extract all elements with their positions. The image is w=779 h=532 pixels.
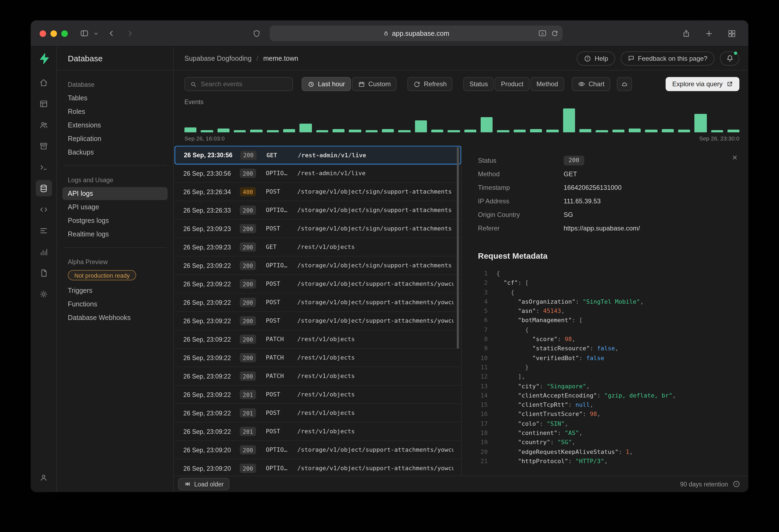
question-circle-icon[interactable]: ? — [732, 480, 740, 488]
log-row[interactable]: 26 Sep, 23:09:22201POST/rest/v1/objects — [175, 404, 461, 422]
detail-field-origin-country: Origin CountrySG — [478, 208, 739, 221]
sidebar-item-database-webhooks[interactable]: Database Webhooks — [62, 311, 168, 324]
close-window-button[interactable] — [40, 30, 46, 37]
sidebar-item-api-logs[interactable]: API logs — [62, 187, 168, 200]
log-row[interactable]: 26 Sep, 23:09:22200PATCH/rest/v1/objects — [175, 367, 461, 386]
chevron-down-icon[interactable] — [92, 26, 100, 41]
tab-overview-icon[interactable] — [724, 26, 739, 41]
sidebar-item-replication[interactable]: Replication — [62, 132, 168, 145]
log-row[interactable]: 26 Sep, 23:09:22200POST/storage/v1/objec… — [175, 275, 461, 293]
sidebar-item-postgres-logs[interactable]: Postgres logs — [62, 214, 168, 227]
back-button[interactable] — [104, 26, 119, 41]
account-icon[interactable] — [36, 469, 52, 485]
browser-window: app.supabase.com A — [31, 21, 748, 492]
status-code-badge: 200 — [240, 169, 256, 178]
log-row[interactable]: 26 Sep, 23:09:20200OPTIO…/storage/v1/obj… — [175, 441, 461, 459]
log-row[interactable]: 26 Sep, 23:09:22200PATCH/rest/v1/objects — [175, 330, 461, 349]
help-button[interactable]: ? Help — [577, 51, 615, 65]
log-row[interactable]: 26 Sep, 23:09:23200GET/rest/v1/objects — [175, 238, 461, 257]
code-text: "continent": "AS", — [496, 428, 583, 438]
log-row[interactable]: 26 Sep, 23:09:22200POST/storage/v1/objec… — [175, 312, 461, 330]
sidebar-item-triggers[interactable]: Triggers — [62, 284, 168, 297]
traffic-lights — [40, 30, 68, 37]
log-timestamp: 26 Sep, 23:26:34 — [183, 189, 240, 195]
cloud-icon-button[interactable] — [617, 77, 632, 91]
api-code-icon[interactable] — [36, 201, 52, 217]
filter-method-button[interactable]: Method — [531, 77, 564, 91]
log-status-cell: 400 — [240, 187, 266, 196]
settings-gear-icon[interactable] — [36, 286, 52, 302]
last-hour-button[interactable]: Last hour — [302, 77, 351, 91]
log-row[interactable]: 26 Sep, 23:09:23200POST/storage/v1/objec… — [175, 220, 461, 238]
log-row[interactable]: 26 Sep, 23:09:20200OPTIO…/storage/v1/obj… — [175, 459, 461, 476]
chart-bar — [316, 130, 328, 132]
home-icon[interactable] — [36, 74, 52, 90]
status-code-badge: 400 — [240, 187, 256, 196]
sidebar-item-roles[interactable]: Roles — [62, 105, 168, 118]
new-tab-icon[interactable] — [702, 26, 717, 41]
storage-icon[interactable] — [36, 138, 52, 154]
sidebar-item-realtime-logs[interactable]: Realtime logs — [62, 228, 168, 241]
log-row[interactable]: 26 Sep, 23:09:22201POST/rest/v1/objects — [175, 422, 461, 441]
breadcrumb-page[interactable]: meme.town — [263, 55, 298, 62]
share-icon[interactable] — [679, 26, 694, 41]
sidebar-item-backups[interactable]: Backups — [62, 146, 168, 159]
log-path: /rest/v1/objects — [297, 391, 454, 398]
table-scrollbar[interactable] — [457, 147, 459, 349]
sidebar-item-extensions[interactable]: Extensions — [62, 119, 168, 132]
filter-product-button[interactable]: Product — [495, 77, 530, 91]
status-code-badge: 200 — [240, 445, 256, 455]
log-row[interactable]: 26 Sep, 23:09:22200POST/storage/v1/objec… — [175, 293, 461, 312]
browser-sidebar-toggle-icon[interactable] — [76, 26, 92, 41]
docs-icon[interactable] — [36, 265, 52, 281]
lock-icon — [383, 30, 389, 36]
log-row[interactable]: 26 Sep, 23:09:22200PATCH/rest/v1/objects — [175, 349, 461, 367]
field-label: Timestamp — [478, 184, 564, 191]
forward-button[interactable] — [122, 26, 137, 41]
breadcrumb-project[interactable]: Supabase Dogfooding — [184, 55, 251, 62]
status-code-badge: 200 — [240, 372, 256, 381]
log-row[interactable]: 26 Sep, 23:26:34400POST/storage/v1/objec… — [175, 183, 461, 201]
zoom-window-button[interactable] — [61, 30, 68, 37]
log-row[interactable]: 26 Sep, 23:26:33200OPTIO…/storage/v1/obj… — [175, 201, 461, 220]
log-method: POST — [266, 428, 297, 435]
auth-users-icon[interactable] — [36, 117, 52, 133]
filter-status-button[interactable]: Status — [464, 77, 494, 91]
translate-icon[interactable]: A — [538, 29, 547, 37]
line-number: 2 — [478, 278, 488, 288]
log-row[interactable]: 26 Sep, 23:09:22200OPTIO…/storage/v1/obj… — [175, 257, 461, 275]
close-icon[interactable] — [728, 151, 740, 163]
refresh-button[interactable]: Refresh — [408, 77, 453, 91]
chart-bar — [711, 130, 723, 132]
custom-range-button[interactable]: Custom — [352, 77, 397, 91]
reload-icon[interactable] — [551, 30, 558, 37]
minimize-window-button[interactable] — [51, 30, 57, 37]
privacy-shield-icon[interactable] — [249, 26, 264, 41]
sidebar-item-tables[interactable]: Tables — [62, 92, 168, 105]
table-editor-icon[interactable] — [36, 95, 52, 112]
log-timestamp: 26 Sep, 23:09:22 — [183, 391, 240, 398]
database-icon[interactable] — [36, 180, 52, 196]
sidebar-item-functions[interactable]: Functions — [62, 298, 168, 311]
search-input[interactable] — [201, 80, 288, 88]
feedback-button[interactable]: Feedback on this page? — [620, 51, 714, 65]
logs-footer: Load older 90 days retention ? — [174, 476, 748, 492]
notifications-button[interactable] — [720, 51, 739, 65]
log-row[interactable]: 26 Sep, 23:09:22201POST/rest/v1/objects — [175, 386, 461, 404]
feedback-label: Feedback on this page? — [638, 55, 707, 62]
line-number: 4 — [478, 297, 488, 307]
address-bar[interactable]: app.supabase.com A — [269, 25, 562, 41]
sidebar-item-api-usage[interactable]: API usage — [62, 201, 168, 214]
status-code-badge: 201 — [240, 427, 256, 436]
reports-icon[interactable] — [36, 244, 52, 260]
chart-toggle-button[interactable]: Chart — [572, 77, 610, 91]
field-label: Referer — [478, 224, 564, 232]
retention-info: 90 days retention ? — [680, 480, 740, 488]
supabase-logo[interactable] — [37, 52, 50, 65]
sql-editor-icon[interactable] — [36, 159, 52, 175]
logs-explorer-icon[interactable] — [36, 222, 52, 239]
load-older-button[interactable]: Load older — [178, 478, 230, 490]
log-row[interactable]: 26 Sep, 23:30:56200OPTIO…/rest-admin/v1/… — [175, 164, 461, 183]
log-row[interactable]: 26 Sep, 23:30:56200GET/rest-admin/v1/liv… — [175, 146, 461, 164]
explore-via-query-button[interactable]: Explore via query — [666, 77, 739, 91]
